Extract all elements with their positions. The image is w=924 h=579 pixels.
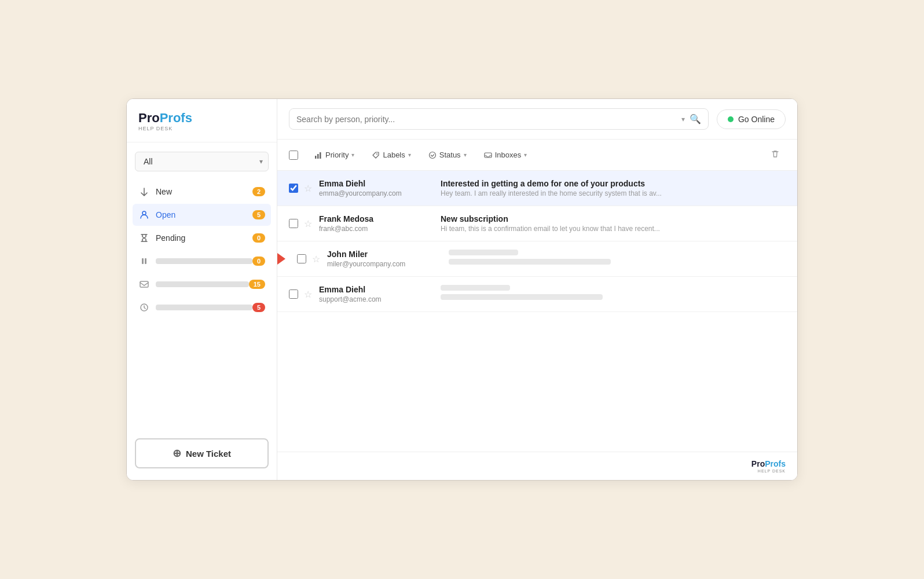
table-row[interactable]: ☆ John Miler miler@yourcompany.com (277, 241, 797, 277)
footer-logo-text: ProProfs (751, 459, 786, 468)
row-checkbox-3[interactable] (297, 254, 306, 263)
priority-icon (314, 151, 322, 159)
logo-subtitle: Help Desk (138, 126, 265, 131)
filter-select-wrapper[interactable]: All Mine Team ▾ (135, 152, 269, 171)
sidebar-item-placeholder3-badge: 5 (252, 303, 265, 312)
sidebar-item-placeholder1-badge: 0 (252, 256, 265, 266)
go-online-label: Go Online (738, 115, 775, 124)
labels-label: Labels (383, 151, 405, 159)
table-row[interactable]: ☆ Emma Diehl emma@yourcompany.com Intere… (277, 171, 797, 206)
ticket-preview-2: Hi team, this is a confirmation email to… (441, 225, 730, 233)
star-button-3[interactable]: ☆ (312, 254, 320, 265)
inboxes-chevron-icon: ▾ (524, 152, 527, 158)
inboxes-icon (484, 151, 492, 159)
inboxes-button[interactable]: Inboxes ▾ (477, 148, 534, 162)
placeholder-bar-3 (156, 305, 252, 310)
footer-logo-content: ProProfs Help Desk (751, 459, 786, 473)
sender-name-1: Emma Diehl (319, 179, 435, 188)
sidebar-item-placeholder1[interactable]: 0 (133, 250, 271, 272)
row-checkbox-4[interactable] (289, 290, 298, 299)
placeholder-bar-subject-3 (449, 250, 518, 255)
sender-email-3: miler@yourcompany.com (327, 260, 443, 268)
svg-rect-5 (315, 156, 317, 159)
download-icon (138, 186, 150, 197)
labels-chevron-icon: ▾ (408, 152, 411, 158)
footer-logo-profs: Profs (765, 459, 786, 468)
svg-rect-6 (317, 154, 319, 159)
priority-label: Priority (325, 151, 349, 159)
ticket-sender-2: Frank Medosa frank@abc.com (319, 214, 435, 233)
labels-button[interactable]: Labels ▾ (365, 148, 417, 162)
status-button[interactable]: Status ▾ (421, 148, 474, 162)
svg-point-0 (142, 211, 146, 215)
new-ticket-label: New Ticket (186, 449, 231, 459)
sidebar-item-pending-badge: 0 (252, 233, 265, 243)
sidebar: ProProfs Help Desk All Mine Team ▾ (127, 99, 277, 480)
red-flag-indicator (277, 253, 285, 265)
hourglass-icon (138, 232, 150, 244)
sender-name-2: Frank Medosa (319, 214, 435, 223)
labels-icon (372, 151, 380, 159)
svg-rect-1 (142, 258, 144, 264)
filter-wrapper: All Mine Team ▾ (135, 152, 269, 171)
sidebar-item-pending[interactable]: Pending 0 (133, 227, 271, 249)
pause-icon (138, 255, 150, 267)
placeholder-bar-preview-4 (441, 294, 603, 300)
svg-rect-3 (140, 281, 148, 287)
filter-select[interactable]: All Mine Team (135, 152, 269, 171)
ticket-sender-3: John Miler miler@yourcompany.com (327, 250, 443, 268)
delete-button[interactable] (765, 146, 786, 163)
ticket-toolbar: Priority ▾ Labels ▾ Status (277, 140, 797, 171)
status-label: Status (439, 151, 461, 159)
logo-pro: Pro (138, 112, 160, 124)
row-checkbox-2[interactable] (289, 219, 298, 228)
sidebar-item-new[interactable]: New 2 (133, 181, 271, 203)
star-button-1[interactable]: ☆ (304, 183, 312, 194)
ticket-subject-1: Interested in getting a demo for one of … (441, 179, 786, 188)
inboxes-label: Inboxes (495, 151, 522, 159)
logo: ProProfs (138, 112, 265, 124)
row-checkbox-1[interactable] (289, 184, 298, 193)
ticket-content-2: New subscription Hi team, this is a conf… (435, 214, 786, 233)
placeholder-bar-2 (156, 281, 249, 287)
person-icon (138, 209, 150, 221)
sidebar-item-placeholder2[interactable]: 15 (133, 273, 271, 295)
sidebar-item-open[interactable]: Open 5 (133, 204, 271, 226)
select-all-checkbox[interactable] (289, 151, 298, 160)
new-ticket-button[interactable]: ⊕ New Ticket (135, 438, 269, 468)
svg-rect-2 (145, 258, 146, 264)
sidebar-item-open-badge: 5 (252, 210, 265, 219)
footer-logo-subtitle: Help Desk (751, 469, 786, 473)
sidebar-item-open-label: Open (156, 210, 252, 219)
search-icon[interactable]: 🔍 (690, 113, 701, 124)
ticket-subject-2: New subscription (441, 214, 786, 223)
ticket-preview-1: Hey team. I am really interested in the … (441, 189, 730, 197)
svg-rect-7 (320, 152, 321, 159)
table-row[interactable]: ☆ Emma Diehl support@acme.com (277, 277, 797, 312)
go-online-button[interactable]: Go Online (717, 109, 786, 129)
logo-area: ProProfs Help Desk (127, 99, 277, 142)
sidebar-item-placeholder3[interactable]: 5 (133, 296, 271, 318)
status-chevron-icon: ▾ (464, 152, 467, 158)
ticket-area: Priority ▾ Labels ▾ Status (277, 140, 797, 452)
sender-email-1: emma@yourcompany.com (319, 189, 435, 197)
ticket-content-4 (435, 285, 786, 303)
priority-chevron-icon: ▾ (351, 152, 354, 158)
search-input[interactable] (296, 115, 677, 124)
footer-logo: ProProfs Help Desk (277, 452, 797, 480)
table-row[interactable]: ☆ Frank Medosa frank@abc.com New subscri… (277, 206, 797, 241)
placeholder-bar-preview-3 (449, 259, 611, 265)
footer-logo-pro: Pro (751, 459, 765, 468)
sidebar-item-placeholder2-badge: 15 (249, 280, 265, 289)
trash-icon (771, 149, 780, 159)
ticket-sender-4: Emma Diehl support@acme.com (319, 285, 435, 303)
svg-point-8 (376, 153, 377, 155)
placeholder-bar-1 (156, 258, 252, 264)
star-button-4[interactable]: ☆ (304, 289, 312, 300)
star-button-2[interactable]: ☆ (304, 218, 312, 229)
priority-button[interactable]: Priority ▾ (307, 148, 361, 162)
search-bar[interactable]: ▾ 🔍 (289, 108, 709, 130)
search-chevron-icon: ▾ (681, 115, 685, 123)
email-icon (138, 278, 150, 290)
sidebar-item-pending-label: Pending (156, 233, 252, 243)
